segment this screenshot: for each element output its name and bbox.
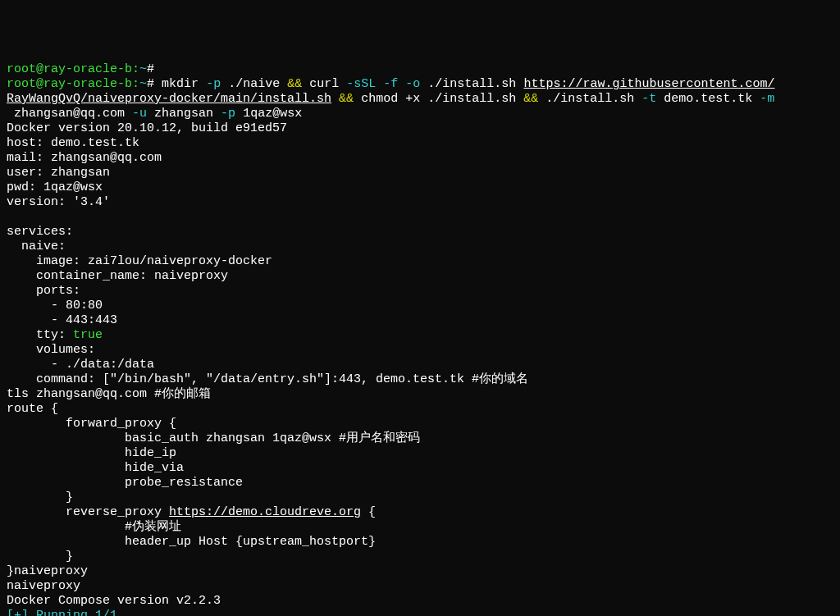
close-brace-2: } <box>7 550 833 564</box>
ports-line: ports: <box>7 284 833 299</box>
running-line: [+] Running 1/1 <box>7 609 833 616</box>
basic-auth: basic_auth zhangsan 1qaz@wsx #用户名和密码 <box>7 431 833 446</box>
naive-line: naive: <box>7 240 833 254</box>
command-line: root@ray-oracle-b:~# mkdir -p ./naive &&… <box>7 77 833 92</box>
route-open: route { <box>7 402 833 417</box>
user-line: user: zhangsan <box>7 166 833 180</box>
host-line: host: demo.test.tk <box>7 136 833 151</box>
command-line-3: zhangsan@qq.com -u zhangsan -p 1qaz@wsx <box>7 107 833 121</box>
reverse-proxy: reverse_proxy https://demo.cloudreve.org… <box>7 505 833 520</box>
hide-ip: hide_ip <box>7 446 833 461</box>
compose-ver: Docker Compose version v2.2.3 <box>7 594 833 609</box>
hide-via: hide_via <box>7 461 833 476</box>
port80-line: - 80:80 <box>7 299 833 313</box>
volume-entry: - ./data:/data <box>7 358 833 372</box>
tty-line: tty: true <box>7 328 833 343</box>
close-brace-3: }naiveproxy <box>7 564 833 579</box>
compose-version-line: version: '3.4' <box>7 195 833 210</box>
close-brace-1: } <box>7 491 833 505</box>
image-line: image: zai7lou/naiveproxy-docker <box>7 254 833 269</box>
port443-line: - 443:443 <box>7 313 833 328</box>
tls-line: tls zhangsan@qq.com #你的邮箱 <box>7 387 833 402</box>
command-entry: command: ["/bin/bash", "/data/entry.sh"]… <box>7 372 833 387</box>
prompt-line-1: root@ray-oracle-b:~# <box>7 62 833 77</box>
header-up: header_up Host {upstream_hostport} <box>7 535 833 550</box>
fake-addr: #伪装网址 <box>7 520 833 535</box>
pwd-line: pwd: 1qaz@wsx <box>7 180 833 195</box>
container-name-line: container_name: naiveproxy <box>7 269 833 284</box>
forward-proxy: forward_proxy { <box>7 417 833 431</box>
naiveproxy-line: naiveproxy <box>7 579 833 594</box>
blank-line <box>7 210 833 225</box>
command-line-2: RayWangQvQ/naiveproxy-docker/main/instal… <box>7 92 833 107</box>
services-line: services: <box>7 225 833 240</box>
mail-line: mail: zhangsan@qq.com <box>7 151 833 166</box>
volumes-line: volumes: <box>7 343 833 358</box>
docker-version: Docker version 20.10.12, build e91ed57 <box>7 121 833 136</box>
probe-resistance: probe_resistance <box>7 476 833 491</box>
terminal-output[interactable]: root@ray-oracle-b:~#root@ray-oracle-b:~#… <box>7 62 833 616</box>
